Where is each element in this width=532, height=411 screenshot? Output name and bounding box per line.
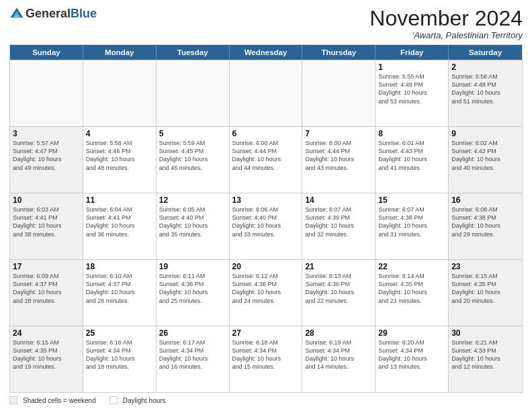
- day-detail: Sunrise: 6:17 AM Sunset: 4:34 PM Dayligh…: [159, 338, 226, 371]
- day-cell-20: 20Sunrise: 6:12 AM Sunset: 4:36 PM Dayli…: [230, 260, 303, 326]
- day-detail: Sunrise: 5:58 AM Sunset: 4:46 PM Dayligh…: [86, 139, 153, 172]
- legend-shaded-box: [9, 396, 17, 404]
- day-cell-3: 3Sunrise: 5:57 AM Sunset: 4:47 PM Daylig…: [10, 127, 83, 193]
- day-detail: Sunrise: 6:05 AM Sunset: 4:40 PM Dayligh…: [159, 205, 226, 238]
- day-number: 30: [451, 328, 519, 338]
- day-cell-17: 17Sunrise: 6:09 AM Sunset: 4:37 PM Dayli…: [10, 260, 83, 326]
- day-number: 14: [305, 195, 372, 205]
- day-number: 8: [378, 129, 445, 138]
- legend-shaded-label: Shaded cells = weekend: [23, 397, 96, 404]
- day-cell-23: 23Sunrise: 6:15 AM Sunset: 4:35 PM Dayli…: [449, 260, 522, 326]
- empty-cell: [10, 60, 83, 126]
- title-block: November 2024 'Awarta, Palestinian Terri…: [369, 7, 523, 40]
- day-detail: Sunrise: 5:55 AM Sunset: 4:49 PM Dayligh…: [378, 73, 445, 105]
- day-number: 4: [86, 129, 153, 138]
- logo-general-text: General: [26, 7, 71, 20]
- day-detail: Sunrise: 6:16 AM Sunset: 4:34 PM Dayligh…: [86, 338, 153, 371]
- week-row-2: 3Sunrise: 5:57 AM Sunset: 4:47 PM Daylig…: [10, 126, 522, 193]
- day-detail: Sunrise: 6:02 AM Sunset: 4:42 PM Dayligh…: [451, 139, 519, 172]
- day-number: 26: [159, 328, 226, 338]
- day-cell-25: 25Sunrise: 6:16 AM Sunset: 4:34 PM Dayli…: [83, 326, 157, 392]
- day-cell-4: 4Sunrise: 5:58 AM Sunset: 4:46 PM Daylig…: [83, 127, 157, 193]
- weekday-header-monday: Monday: [83, 45, 157, 60]
- day-number: 5: [159, 129, 226, 138]
- empty-cell: [83, 60, 157, 126]
- week-row-3: 10Sunrise: 6:03 AM Sunset: 4:41 PM Dayli…: [10, 193, 522, 259]
- day-number: 13: [232, 195, 300, 205]
- weekday-header-tuesday: Tuesday: [157, 45, 230, 60]
- day-cell-13: 13Sunrise: 6:06 AM Sunset: 4:40 PM Dayli…: [230, 193, 303, 259]
- calendar-header: SundayMondayTuesdayWednesdayThursdayFrid…: [10, 45, 522, 60]
- day-cell-18: 18Sunrise: 6:10 AM Sunset: 4:37 PM Dayli…: [83, 260, 157, 326]
- day-cell-16: 16Sunrise: 6:08 AM Sunset: 4:38 PM Dayli…: [449, 193, 522, 259]
- day-cell-28: 28Sunrise: 6:19 AM Sunset: 4:34 PM Dayli…: [302, 326, 375, 392]
- day-cell-7: 7Sunrise: 6:00 AM Sunset: 4:44 PM Daylig…: [302, 127, 375, 193]
- day-cell-14: 14Sunrise: 6:07 AM Sunset: 4:39 PM Dayli…: [302, 193, 375, 259]
- day-cell-11: 11Sunrise: 6:04 AM Sunset: 4:41 PM Dayli…: [83, 193, 157, 259]
- day-number: 27: [232, 328, 300, 338]
- day-detail: Sunrise: 6:15 AM Sunset: 4:35 PM Dayligh…: [451, 272, 519, 305]
- calendar: SundayMondayTuesdayWednesdayThursdayFrid…: [9, 44, 523, 393]
- day-detail: Sunrise: 5:57 AM Sunset: 4:47 PM Dayligh…: [13, 139, 80, 172]
- day-cell-21: 21Sunrise: 6:13 AM Sunset: 4:36 PM Dayli…: [302, 260, 375, 326]
- day-detail: Sunrise: 6:01 AM Sunset: 4:43 PM Dayligh…: [378, 139, 445, 172]
- day-cell-19: 19Sunrise: 6:11 AM Sunset: 4:36 PM Dayli…: [157, 260, 230, 326]
- location-subtitle: 'Awarta, Palestinian Territory: [369, 30, 523, 40]
- day-detail: Sunrise: 5:59 AM Sunset: 4:45 PM Dayligh…: [159, 139, 226, 172]
- day-cell-2: 2Sunrise: 5:56 AM Sunset: 4:48 PM Daylig…: [449, 60, 522, 126]
- day-detail: Sunrise: 6:00 AM Sunset: 4:44 PM Dayligh…: [305, 139, 372, 172]
- legend-daylight-label: Daylight hours: [123, 397, 166, 404]
- day-cell-27: 27Sunrise: 6:18 AM Sunset: 4:34 PM Dayli…: [230, 326, 303, 392]
- day-cell-10: 10Sunrise: 6:03 AM Sunset: 4:41 PM Dayli…: [10, 193, 83, 259]
- day-detail: Sunrise: 6:07 AM Sunset: 4:38 PM Dayligh…: [378, 205, 445, 238]
- logo: GeneralBlue: [9, 7, 97, 21]
- day-cell-1: 1Sunrise: 5:55 AM Sunset: 4:49 PM Daylig…: [375, 60, 449, 126]
- day-number: 20: [232, 262, 300, 271]
- day-number: 29: [378, 328, 445, 338]
- week-row-4: 17Sunrise: 6:09 AM Sunset: 4:37 PM Dayli…: [10, 259, 522, 326]
- day-cell-9: 9Sunrise: 6:02 AM Sunset: 4:42 PM Daylig…: [449, 127, 522, 193]
- day-detail: Sunrise: 6:07 AM Sunset: 4:39 PM Dayligh…: [305, 205, 372, 238]
- day-detail: Sunrise: 6:06 AM Sunset: 4:40 PM Dayligh…: [232, 205, 300, 238]
- day-detail: Sunrise: 6:08 AM Sunset: 4:38 PM Dayligh…: [451, 205, 519, 238]
- day-cell-22: 22Sunrise: 6:14 AM Sunset: 4:35 PM Dayli…: [375, 260, 449, 326]
- day-cell-8: 8Sunrise: 6:01 AM Sunset: 4:43 PM Daylig…: [375, 127, 449, 193]
- day-cell-26: 26Sunrise: 6:17 AM Sunset: 4:34 PM Dayli…: [157, 326, 230, 392]
- day-number: 19: [159, 262, 226, 271]
- day-number: 10: [13, 195, 80, 205]
- day-detail: Sunrise: 6:00 AM Sunset: 4:44 PM Dayligh…: [232, 139, 300, 172]
- day-number: 12: [159, 195, 226, 205]
- empty-cell: [157, 60, 230, 126]
- day-detail: Sunrise: 6:19 AM Sunset: 4:34 PM Dayligh…: [305, 338, 372, 371]
- weekday-header-sunday: Sunday: [10, 45, 83, 60]
- weekday-header-thursday: Thursday: [302, 45, 375, 60]
- empty-cell: [302, 60, 375, 126]
- day-cell-15: 15Sunrise: 6:07 AM Sunset: 4:38 PM Dayli…: [375, 193, 449, 259]
- day-cell-29: 29Sunrise: 6:20 AM Sunset: 4:34 PM Dayli…: [375, 326, 449, 392]
- page: GeneralBlue November 2024 'Awarta, Pales…: [0, 0, 532, 411]
- legend-daylight-box: [109, 396, 118, 404]
- day-detail: Sunrise: 6:10 AM Sunset: 4:37 PM Dayligh…: [86, 272, 153, 305]
- calendar-body: 1Sunrise: 5:55 AM Sunset: 4:49 PM Daylig…: [10, 60, 522, 392]
- empty-cell: [230, 60, 303, 126]
- day-cell-30: 30Sunrise: 6:21 AM Sunset: 4:33 PM Dayli…: [449, 326, 522, 392]
- weekday-header-friday: Friday: [375, 45, 449, 60]
- day-number: 1: [378, 62, 445, 72]
- day-number: 9: [451, 129, 519, 138]
- day-detail: Sunrise: 6:18 AM Sunset: 4:34 PM Dayligh…: [232, 338, 300, 371]
- day-number: 18: [86, 262, 153, 271]
- day-cell-12: 12Sunrise: 6:05 AM Sunset: 4:40 PM Dayli…: [157, 193, 230, 259]
- day-number: 16: [451, 195, 519, 205]
- logo-blue-text: Blue: [71, 7, 97, 20]
- day-detail: Sunrise: 6:12 AM Sunset: 4:36 PM Dayligh…: [232, 272, 300, 305]
- day-detail: Sunrise: 6:20 AM Sunset: 4:34 PM Dayligh…: [378, 338, 445, 371]
- day-detail: Sunrise: 6:04 AM Sunset: 4:41 PM Dayligh…: [86, 205, 153, 238]
- logo-icon: [9, 7, 24, 21]
- day-detail: Sunrise: 6:15 AM Sunset: 4:35 PM Dayligh…: [13, 338, 80, 371]
- day-number: 22: [378, 262, 445, 271]
- legend: Shaded cells = weekend Daylight hours: [9, 396, 523, 404]
- day-cell-5: 5Sunrise: 5:59 AM Sunset: 4:45 PM Daylig…: [157, 127, 230, 193]
- day-number: 21: [305, 262, 372, 271]
- day-number: 23: [451, 262, 519, 271]
- day-number: 3: [13, 129, 80, 138]
